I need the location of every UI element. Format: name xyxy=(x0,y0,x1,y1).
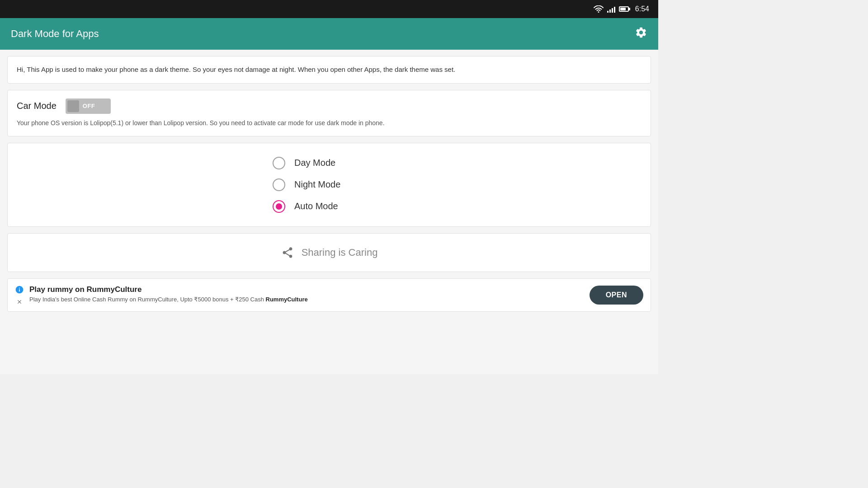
car-mode-description: Your phone OS version is Lolipop(5.1) or… xyxy=(17,118,642,128)
ad-description: Play India's best Online Cash Rummy on R… xyxy=(29,296,308,303)
ad-info-icon xyxy=(15,285,24,294)
radio-group: Day Mode Night Mode Auto Mode xyxy=(17,157,642,213)
status-icons: 6:54 xyxy=(594,5,649,13)
ad-brand: RummyCulture xyxy=(266,296,308,303)
car-mode-label: Car Mode xyxy=(17,101,57,111)
battery-icon xyxy=(619,6,629,12)
signal-icon xyxy=(607,5,615,13)
main-content: Hi, This App is used to make your phone … xyxy=(0,50,658,374)
ad-close-icon[interactable] xyxy=(16,299,23,305)
car-mode-card: Car Mode OFF Your phone OS version is Lo… xyxy=(7,90,651,136)
sharing-label: Sharing is Caring xyxy=(302,247,378,258)
auto-mode-radio[interactable] xyxy=(273,200,285,213)
wifi-icon xyxy=(594,5,604,13)
day-mode-radio[interactable] xyxy=(273,157,285,169)
ad-title: Play rummy on RummyCulture xyxy=(29,285,308,294)
settings-icon[interactable] xyxy=(635,26,647,42)
sharing-card[interactable]: Sharing is Caring xyxy=(7,233,651,272)
night-mode-label: Night Mode xyxy=(294,179,340,190)
auto-mode-label: Auto Mode xyxy=(294,201,338,211)
mode-selection-card: Day Mode Night Mode Auto Mode xyxy=(7,143,651,227)
toggle-text: OFF xyxy=(83,103,95,109)
auto-mode-option[interactable]: Auto Mode xyxy=(273,200,386,213)
app-bar: Dark Mode for Apps xyxy=(0,18,658,50)
car-mode-row: Car Mode OFF xyxy=(17,99,642,114)
ad-banner: Play rummy on RummyCulture Play India's … xyxy=(7,278,651,312)
night-mode-option[interactable]: Night Mode xyxy=(273,178,386,191)
info-text: Hi, This App is used to make your phone … xyxy=(17,65,642,75)
toggle-thumb xyxy=(67,100,79,112)
status-time: 6:54 xyxy=(635,5,649,13)
ad-open-button[interactable]: OPEN xyxy=(590,286,643,305)
day-mode-option[interactable]: Day Mode xyxy=(273,157,386,169)
day-mode-label: Day Mode xyxy=(294,158,335,168)
ad-left: Play rummy on RummyCulture Play India's … xyxy=(15,285,308,305)
ad-icons xyxy=(15,285,24,305)
share-icon xyxy=(281,246,294,259)
ad-text: Play rummy on RummyCulture Play India's … xyxy=(29,285,308,303)
night-mode-radio[interactable] xyxy=(273,178,285,191)
info-card: Hi, This App is used to make your phone … xyxy=(7,56,651,84)
car-mode-toggle[interactable]: OFF xyxy=(66,99,111,114)
app-bar-title: Dark Mode for Apps xyxy=(11,28,99,40)
status-bar: 6:54 xyxy=(0,0,658,18)
